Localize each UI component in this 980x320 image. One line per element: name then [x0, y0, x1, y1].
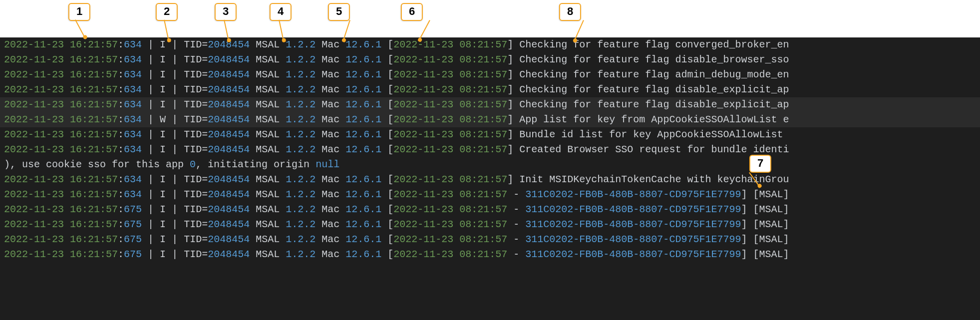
log-row[interactable]: 2022-11-23 16:21:57:634 | I | TID=204845… — [0, 82, 980, 97]
log-time: 16:21:57 — [64, 84, 118, 95]
log-date: 2022-11-23 — [4, 69, 64, 80]
log-row[interactable]: 2022-11-23 16:21:57:634 | I | TID=204845… — [0, 127, 980, 142]
log-time: 16:21:57 — [64, 114, 118, 125]
log-inner-time: 08:21:57 — [453, 114, 507, 125]
log-inner-date: 2022-11-23 — [393, 99, 453, 110]
log-tid: 2048454 — [208, 69, 250, 80]
log-ms: 634 — [124, 69, 142, 80]
log-lib: MSAL — [250, 189, 286, 200]
log-ms: 634 — [124, 54, 142, 65]
log-date: 2022-11-23 — [4, 204, 64, 215]
log-lib: MSAL — [250, 144, 286, 155]
log-row[interactable]: 2022-11-23 16:21:57:634 | I | TID=204845… — [0, 142, 980, 157]
log-message: Checking for feature flag converged_brok… — [519, 39, 789, 50]
log-tid-label: TID= — [184, 69, 208, 80]
log-level: I — [160, 69, 166, 80]
log-tid: 2048454 — [208, 129, 250, 140]
log-os-version: 12.6.1 — [345, 249, 381, 260]
log-row[interactable]: 2022-11-23 16:21:57:634 | W | TID=204845… — [0, 112, 980, 127]
callout-bubble-7: 7 — [749, 155, 771, 173]
log-level: I — [160, 144, 166, 155]
log-os: Mac — [316, 234, 345, 245]
log-lib: MSAL — [250, 114, 286, 125]
log-message: [MSAL] — [753, 219, 789, 230]
log-inner-time: 08:21:57 — [453, 219, 507, 230]
log-row[interactable]: 2022-11-23 16:21:57:634 | I | TID=204845… — [0, 187, 980, 202]
callout-bubble-1: 1 — [68, 3, 90, 21]
log-os-version: 12.6.1 — [345, 174, 381, 185]
log-level: W — [160, 114, 166, 125]
log-row[interactable]: 2022-11-23 16:21:57:675 | I | TID=204845… — [0, 232, 980, 247]
log-tid: 2048454 — [208, 249, 250, 260]
log-message: App list for key from AppCookieSSOAllowL… — [519, 114, 789, 125]
log-row[interactable]: 2022-11-23 16:21:57:634 | I | TID=204845… — [0, 67, 980, 82]
log-row[interactable]: ), use cookie sso for this app 0, initia… — [0, 157, 980, 172]
log-inner-date: 2022-11-23 — [393, 69, 453, 80]
log-ms: 634 — [124, 189, 142, 200]
log-row[interactable]: 2022-11-23 16:21:57:634 | I | TID=204845… — [0, 37, 980, 52]
log-row[interactable]: 2022-11-23 16:21:57:675 | I | TID=204845… — [0, 202, 980, 217]
log-tid-label: TID= — [184, 39, 208, 50]
log-date: 2022-11-23 — [4, 234, 64, 245]
log-lib: MSAL — [250, 54, 286, 65]
callout-bubble-2: 2 — [156, 3, 178, 21]
log-lib: MSAL — [250, 204, 286, 215]
log-ms: 634 — [124, 39, 142, 50]
log-lib: MSAL — [250, 69, 286, 80]
log-lib: MSAL — [250, 174, 286, 185]
log-row[interactable]: 2022-11-23 16:21:57:634 | I | TID=204845… — [0, 52, 980, 67]
log-viewer[interactable]: 2022-11-23 16:21:57:634 | I | TID=204845… — [0, 37, 980, 320]
log-os: Mac — [316, 84, 345, 95]
log-lib-version: 1.2.2 — [286, 99, 316, 110]
log-level: I — [160, 249, 166, 260]
log-correlation-id: 311C0202-FB0B-480B-8807-CD975F1E7799 — [525, 249, 741, 260]
log-inner-time: 08:21:57 — [453, 189, 507, 200]
log-level: I — [160, 84, 166, 95]
log-inner-time: 08:21:57 — [453, 204, 507, 215]
log-os: Mac — [316, 54, 345, 65]
log-row[interactable]: 2022-11-23 16:21:57:634 | I | TID=204845… — [0, 97, 980, 112]
log-message: Init MSIDKeychainTokenCache with keychai… — [519, 174, 789, 185]
log-date: 2022-11-23 — [4, 174, 64, 185]
log-inner-time: 08:21:57 — [453, 99, 507, 110]
log-level: I — [160, 54, 166, 65]
log-os-version: 12.6.1 — [345, 99, 381, 110]
log-date: 2022-11-23 — [4, 249, 64, 260]
log-os-version: 12.6.1 — [345, 114, 381, 125]
log-os-version: 12.6.1 — [345, 129, 381, 140]
log-os: Mac — [316, 144, 345, 155]
log-tid-label: TID= — [184, 249, 208, 260]
log-ms: 634 — [124, 84, 142, 95]
log-time: 16:21:57 — [64, 69, 118, 80]
log-ms: 675 — [124, 204, 142, 215]
log-os: Mac — [316, 129, 345, 140]
log-level: I — [160, 39, 166, 50]
log-time: 16:21:57 — [64, 234, 118, 245]
log-tid: 2048454 — [208, 144, 250, 155]
log-lib: MSAL — [250, 234, 286, 245]
log-lib: MSAL — [250, 219, 286, 230]
log-os-version: 12.6.1 — [345, 39, 381, 50]
log-date: 2022-11-23 — [4, 84, 64, 95]
log-row[interactable]: 2022-11-23 16:21:57:634 | I | TID=204845… — [0, 172, 980, 187]
log-message: Checking for feature flag admin_debug_mo… — [519, 69, 789, 80]
log-level: I — [160, 99, 166, 110]
log-lib-version: 1.2.2 — [286, 234, 316, 245]
log-level: I — [160, 219, 166, 230]
log-inner-date: 2022-11-23 — [393, 84, 453, 95]
log-tid-label: TID= — [184, 234, 208, 245]
log-lib: MSAL — [250, 39, 286, 50]
log-time: 16:21:57 — [64, 99, 118, 110]
log-ms: 634 — [124, 99, 142, 110]
log-tid-label: TID= — [184, 114, 208, 125]
log-row[interactable]: 2022-11-23 16:21:57:675 | I | TID=204845… — [0, 217, 980, 232]
log-message: [MSAL] — [753, 234, 789, 245]
log-message: Checking for feature flag disable_browse… — [519, 54, 789, 65]
log-lib: MSAL — [250, 99, 286, 110]
log-inner-time: 08:21:57 — [453, 39, 507, 50]
log-level: I — [160, 129, 166, 140]
log-tid: 2048454 — [208, 204, 250, 215]
log-lib-version: 1.2.2 — [286, 204, 316, 215]
log-os: Mac — [316, 249, 345, 260]
log-row[interactable]: 2022-11-23 16:21:57:675 | I | TID=204845… — [0, 247, 980, 262]
